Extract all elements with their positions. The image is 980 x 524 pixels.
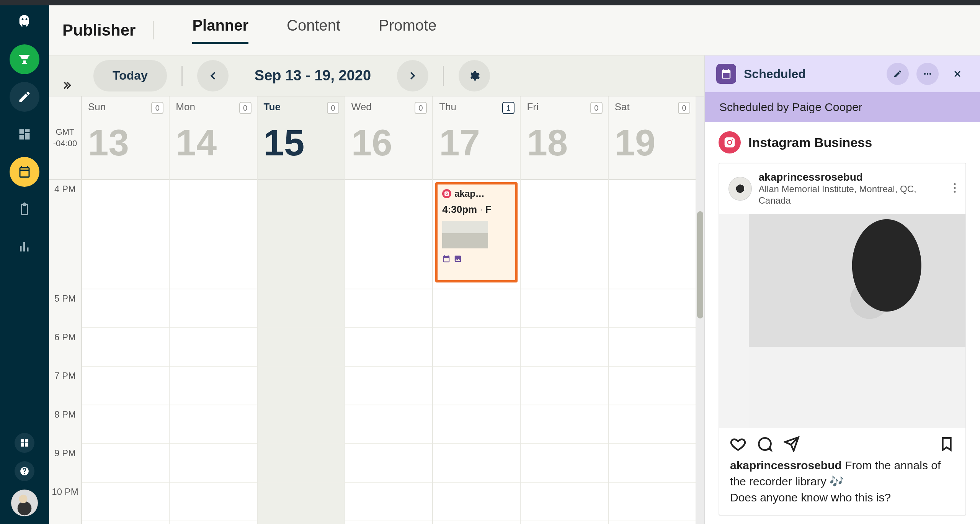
hour-slot[interactable] — [521, 483, 608, 521]
hour-slot[interactable] — [82, 444, 169, 483]
sidebar-clipboard[interactable] — [10, 194, 39, 224]
calendar: Today Sep 13 - 19, 2020 — [49, 56, 704, 524]
send-icon[interactable] — [784, 436, 800, 452]
hour-slot[interactable] — [170, 328, 256, 367]
hour-slot[interactable] — [433, 289, 520, 328]
hour-slot[interactable] — [433, 405, 520, 444]
hour-slot[interactable] — [82, 367, 169, 405]
hour-slot[interactable] — [82, 405, 169, 444]
hour-slot[interactable] — [521, 289, 608, 328]
hour-slot[interactable] — [345, 328, 432, 367]
content-row: Today Sep 13 - 19, 2020 — [49, 56, 980, 524]
hour-slot[interactable] — [521, 405, 608, 444]
hour-slot[interactable] — [345, 444, 432, 483]
hour-slot[interactable] — [433, 483, 520, 521]
hour-slot[interactable] — [609, 328, 696, 367]
heart-icon[interactable] — [730, 436, 746, 452]
tz-label: GMT — [56, 127, 75, 137]
day-col-sun: Sun 13 0 — [82, 96, 170, 524]
day-header[interactable]: Wed 16 0 — [345, 96, 432, 180]
day-header[interactable]: Sat 19 0 — [609, 96, 696, 180]
today-button[interactable]: Today — [93, 60, 167, 91]
hour-slot[interactable] — [258, 180, 345, 289]
hour-slot[interactable] — [82, 180, 169, 289]
divider — [443, 66, 444, 86]
right-panel: Scheduled Scheduled by Paige Cooper — [704, 56, 980, 524]
tab-promote[interactable]: Promote — [379, 17, 436, 44]
sidebar-publisher[interactable] — [10, 157, 39, 187]
svg-point-0 — [924, 73, 926, 75]
hour-slot[interactable] — [609, 405, 696, 444]
tab-content[interactable]: Content — [287, 17, 340, 44]
day-number: 18 — [527, 124, 601, 161]
hour-slot[interactable] — [170, 405, 256, 444]
hour-slot[interactable] — [521, 180, 608, 289]
sidebar-compose[interactable] — [10, 82, 39, 112]
day-header[interactable]: Sun 13 0 — [82, 96, 169, 180]
next-week-button[interactable] — [397, 60, 428, 91]
day-header[interactable]: Mon 14 0 — [170, 96, 256, 180]
hour-slot[interactable] — [609, 367, 696, 405]
event-icons — [442, 255, 511, 263]
hour-slot[interactable] — [609, 289, 696, 328]
calendar-settings-button[interactable] — [459, 60, 490, 91]
ig-actions — [719, 428, 965, 456]
close-button[interactable] — [946, 63, 969, 85]
hour-slot[interactable] — [345, 289, 432, 328]
day-header[interactable]: Tue 15 0 — [258, 96, 345, 180]
panel-account: Instagram Business — [705, 122, 980, 163]
hour-slot[interactable] — [170, 444, 256, 483]
hour-slot[interactable] — [345, 483, 432, 521]
comment-icon[interactable] — [757, 436, 773, 452]
hour-slot[interactable] — [258, 444, 345, 483]
hour-slot[interactable] — [258, 289, 345, 328]
sidebar-trophy[interactable] — [10, 44, 39, 74]
day-header[interactable]: Fri 18 0 — [521, 96, 608, 180]
sidebar-streams[interactable] — [10, 119, 39, 149]
hour-slot[interactable] — [82, 483, 169, 521]
hour-slot[interactable] — [609, 483, 696, 521]
hour-slot[interactable] — [433, 328, 520, 367]
expand-sidebar-button[interactable] — [57, 75, 78, 96]
instagram-preview: akaprincessrosebud Allan Memorial Instit… — [719, 163, 966, 516]
more-button[interactable] — [916, 63, 939, 85]
hour-slot[interactable] — [521, 367, 608, 405]
hour-slot[interactable] — [170, 289, 256, 328]
user-avatar[interactable] — [11, 490, 38, 516]
day-number: 14 — [176, 124, 250, 161]
hour-slot[interactable]: akap… 4:30pm · F — [433, 180, 520, 289]
hour-slot[interactable] — [170, 367, 256, 405]
sidebar-analytics[interactable] — [10, 232, 39, 262]
event-account: akap… — [442, 188, 511, 199]
hour-label: 7 PM — [49, 367, 81, 405]
hour-slot[interactable] — [609, 180, 696, 289]
hour-slot[interactable] — [170, 180, 256, 289]
day-number: 16 — [351, 124, 426, 161]
sidebar-apps-icon[interactable] — [15, 433, 34, 453]
hour-slot[interactable] — [258, 367, 345, 405]
edit-button[interactable] — [887, 63, 909, 85]
event-card[interactable]: akap… 4:30pm · F — [435, 182, 518, 282]
hour-slot[interactable] — [82, 328, 169, 367]
hour-slot[interactable] — [433, 444, 520, 483]
hour-slot[interactable] — [345, 367, 432, 405]
hour-slot[interactable] — [345, 180, 432, 289]
hour-slot[interactable] — [521, 444, 608, 483]
hour-slot[interactable] — [258, 405, 345, 444]
ig-more-icon[interactable] — [953, 182, 956, 195]
day-header[interactable]: Thu 17 1 — [433, 96, 520, 180]
hour-slot[interactable] — [521, 328, 608, 367]
scrollbar-thumb[interactable] — [697, 211, 703, 318]
hour-slot[interactable] — [345, 405, 432, 444]
hour-slot[interactable] — [609, 444, 696, 483]
calendar-scrollbar[interactable] — [696, 96, 704, 524]
hour-slot[interactable] — [258, 483, 345, 521]
bookmark-icon[interactable] — [939, 436, 955, 452]
tab-planner[interactable]: Planner — [192, 17, 248, 44]
hour-slot[interactable] — [170, 483, 256, 521]
hour-slot[interactable] — [258, 328, 345, 367]
prev-week-button[interactable] — [197, 60, 229, 91]
sidebar-help-icon[interactable] — [15, 461, 34, 481]
hour-slot[interactable] — [82, 289, 169, 328]
hour-slot[interactable] — [433, 367, 520, 405]
